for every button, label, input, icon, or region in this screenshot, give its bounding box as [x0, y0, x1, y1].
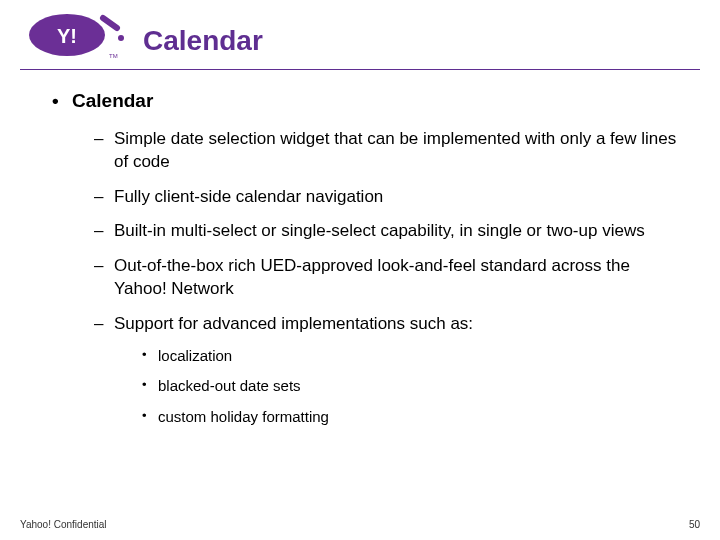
footer-left: Yahoo! Confidential — [20, 519, 107, 530]
svg-text:TM: TM — [109, 53, 118, 59]
bullet-item: Calendar Simple date selection widget th… — [52, 88, 680, 427]
bullet-text: Out-of-the-box rich UED-approved look-an… — [114, 256, 630, 298]
bullet-item: Support for advanced implementations suc… — [94, 313, 680, 427]
bullet-text: Calendar — [72, 90, 153, 111]
svg-line-2 — [103, 18, 117, 28]
bullet-list-level3: localization blacked-out date sets custo… — [114, 346, 680, 427]
page-number: 50 — [689, 519, 700, 530]
bullet-list-level1: Calendar Simple date selection widget th… — [40, 88, 680, 427]
bullet-text: localization — [158, 347, 232, 364]
bullet-item: Fully client-side calendar navigation — [94, 186, 680, 209]
bullet-item: Built-in multi-select or single-select c… — [94, 220, 680, 243]
svg-text:Y!: Y! — [57, 25, 77, 47]
slide-header: Y! TM Calendar — [0, 0, 720, 63]
bullet-text: custom holiday formatting — [158, 408, 329, 425]
svg-point-3 — [118, 35, 124, 41]
bullet-text: Built-in multi-select or single-select c… — [114, 221, 645, 240]
yahoo-logo: Y! TM — [25, 8, 125, 63]
bullet-item: blacked-out date sets — [142, 376, 680, 396]
bullet-text: Simple date selection widget that can be… — [114, 129, 676, 171]
bullet-text: blacked-out date sets — [158, 377, 301, 394]
slide-title: Calendar — [143, 25, 263, 57]
bullet-item: localization — [142, 346, 680, 366]
bullet-list-level2: Simple date selection widget that can be… — [72, 128, 680, 427]
bullet-item: Simple date selection widget that can be… — [94, 128, 680, 174]
slide-content: Calendar Simple date selection widget th… — [0, 70, 720, 427]
bullet-item: custom holiday formatting — [142, 407, 680, 427]
bullet-item: Out-of-the-box rich UED-approved look-an… — [94, 255, 680, 301]
slide-footer: Yahoo! Confidential 50 — [20, 519, 700, 530]
bullet-text: Fully client-side calendar navigation — [114, 187, 383, 206]
bullet-text: Support for advanced implementations suc… — [114, 314, 473, 333]
